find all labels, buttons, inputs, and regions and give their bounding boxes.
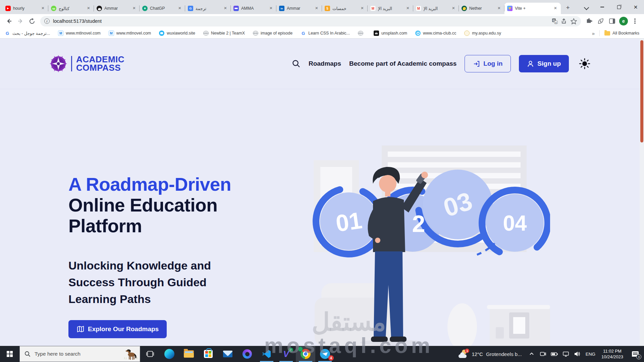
translate-page-icon[interactable]: GA bbox=[552, 18, 558, 24]
youtube-icon bbox=[5, 6, 11, 11]
bing-horse-image bbox=[123, 347, 139, 361]
nav-become-part[interactable]: Become part of Academic compass bbox=[349, 60, 457, 67]
tab-chatgpt[interactable]: ChatGP× bbox=[140, 3, 185, 14]
back-button[interactable] bbox=[3, 15, 15, 27]
tab-vite-active[interactable]: Vite +× bbox=[504, 3, 561, 14]
bookmark-item[interactable]: my.aspu.edu.sy bbox=[464, 31, 501, 36]
tab-close-icon[interactable]: × bbox=[405, 6, 411, 11]
bookmark-item[interactable]: wuxiaworld.site bbox=[159, 31, 195, 36]
reload-button[interactable] bbox=[26, 15, 38, 27]
bookmark-item[interactable]: www.mtlnovel.com bbox=[58, 31, 101, 36]
tab-amma[interactable]: AMMA× bbox=[231, 3, 276, 14]
bookmark-item[interactable]: unsplash.com bbox=[374, 31, 407, 36]
tab-translate[interactable]: ترجمة× bbox=[185, 3, 231, 14]
v-app-button[interactable]: V✓ bbox=[276, 346, 296, 362]
windows-taskbar: V✓ 4 1 12°C Grotendeels b... bbox=[0, 346, 644, 362]
performance-leaf-icon[interactable] bbox=[595, 15, 606, 27]
window-controls bbox=[594, 0, 644, 14]
weather-widget[interactable]: 1 12°C Grotendeels b... bbox=[454, 346, 526, 362]
bookmark-item[interactable] bbox=[358, 31, 366, 36]
all-bookmarks-button[interactable]: All Bookmarks bbox=[604, 31, 639, 36]
share-icon[interactable] bbox=[561, 18, 567, 24]
tab-close-icon[interactable]: × bbox=[177, 6, 182, 11]
tab-close-icon[interactable]: × bbox=[314, 6, 319, 11]
tab-gmail-1[interactable]: البريد الإ× bbox=[368, 3, 413, 14]
tab-close-icon[interactable]: × bbox=[131, 6, 137, 11]
theme-toggle-sun-icon[interactable] bbox=[579, 58, 590, 69]
bookmark-item[interactable]: Learn CSS In Arabic... bbox=[301, 31, 350, 36]
site-logo[interactable]: ACADEMICCOMPASS bbox=[50, 55, 124, 72]
file-explorer-icon bbox=[184, 350, 194, 358]
vscode-button[interactable] bbox=[257, 346, 276, 362]
new-tab-button[interactable]: + bbox=[563, 3, 573, 13]
telegram-button[interactable]: 4 bbox=[315, 346, 335, 362]
menu-dots-icon[interactable] bbox=[629, 15, 641, 27]
window-minimize-button[interactable] bbox=[594, 0, 610, 14]
map-icon bbox=[76, 325, 85, 333]
bookmarks-overflow-chevron[interactable]: » bbox=[592, 31, 595, 36]
bookmark-item[interactable]: image of episode bbox=[253, 31, 292, 36]
bookmark-item[interactable]: Newbie 2 | TeamX bbox=[203, 31, 245, 36]
tab-close-icon[interactable]: × bbox=[223, 6, 228, 11]
address-bar[interactable]: i localhost:5173/student GA bbox=[40, 16, 581, 26]
signup-button[interactable]: Sign up bbox=[519, 55, 569, 72]
tab-close-icon[interactable]: × bbox=[553, 6, 558, 11]
tab-khamsat[interactable]: خمسات× bbox=[322, 3, 368, 14]
tab-close-icon[interactable]: × bbox=[496, 6, 502, 11]
edge-button[interactable] bbox=[160, 346, 179, 362]
search-icon[interactable] bbox=[292, 59, 301, 68]
tab-close-icon[interactable]: × bbox=[360, 6, 365, 11]
person-icon bbox=[527, 60, 534, 67]
microsoft-store-button[interactable] bbox=[199, 346, 218, 362]
scrollbar-thumb[interactable] bbox=[640, 40, 643, 142]
nav-roadmaps[interactable]: Roadmaps bbox=[309, 60, 341, 67]
chrome-button[interactable] bbox=[296, 346, 315, 362]
volume-icon[interactable] bbox=[572, 346, 583, 362]
tab-linkedin[interactable]: Ammar× bbox=[276, 3, 322, 14]
tab-youtube[interactable]: hourly× bbox=[3, 3, 48, 14]
profile-avatar[interactable]: e bbox=[618, 15, 629, 27]
meet-now-icon[interactable] bbox=[537, 346, 549, 362]
taskbar-search-box[interactable] bbox=[19, 346, 140, 362]
window-restore-button[interactable] bbox=[610, 0, 627, 14]
forward-button[interactable] bbox=[15, 15, 26, 27]
extensions-icon[interactable] bbox=[584, 15, 595, 27]
action-center-button[interactable]: 3 bbox=[627, 346, 644, 362]
tab-github[interactable]: Ammar× bbox=[94, 3, 140, 14]
tab-close-icon[interactable]: × bbox=[40, 6, 46, 11]
microsoft-store-icon bbox=[204, 350, 213, 358]
network-icon[interactable] bbox=[560, 346, 572, 362]
tab-gmail-2[interactable]: البريد الإ× bbox=[413, 3, 459, 14]
weather-icon: 1 bbox=[459, 350, 469, 358]
office-button[interactable] bbox=[237, 346, 257, 362]
tab-netherlands[interactable]: Nether× bbox=[459, 3, 504, 14]
side-panel-icon[interactable] bbox=[606, 15, 618, 27]
tab-close-icon[interactable]: × bbox=[268, 6, 274, 11]
language-indicator[interactable]: ENG bbox=[583, 352, 598, 357]
bookmark-item[interactable]: www.mtlnovel.com bbox=[109, 31, 151, 36]
bookmark-star-icon[interactable] bbox=[571, 18, 577, 24]
clock-widget[interactable]: 11:02 PM 10/24/2023 bbox=[598, 348, 627, 360]
start-button[interactable] bbox=[0, 346, 19, 362]
vite-icon bbox=[507, 6, 513, 11]
hero-illustration: 01 2 03 04 bbox=[302, 141, 550, 346]
tray-chevron-up-icon[interactable] bbox=[526, 346, 537, 362]
site-info-icon[interactable]: i bbox=[44, 18, 50, 24]
tab-upwork[interactable]: كتالوج× bbox=[48, 3, 94, 14]
taskbar-search-input[interactable] bbox=[35, 351, 112, 357]
bookmark-item[interactable]: ترجمة جوجل - بحث... bbox=[5, 31, 50, 36]
login-arrow-icon bbox=[473, 60, 480, 67]
battery-icon[interactable] bbox=[549, 346, 560, 362]
page-scrollbar[interactable] bbox=[640, 39, 644, 346]
window-close-button[interactable] bbox=[627, 0, 644, 14]
tab-search-chevron-icon[interactable] bbox=[582, 3, 591, 12]
tab-close-icon[interactable]: × bbox=[86, 6, 91, 11]
mail-button[interactable] bbox=[218, 346, 237, 362]
explore-roadmaps-button[interactable]: Explore Our Roadmaps bbox=[68, 320, 167, 338]
bookmark-item[interactable]: www.cima-club.cc bbox=[415, 31, 456, 36]
login-button[interactable]: Log in bbox=[465, 55, 511, 72]
tab-close-icon[interactable]: × bbox=[451, 6, 456, 11]
file-explorer-button[interactable] bbox=[179, 346, 199, 362]
task-view-button[interactable] bbox=[140, 346, 160, 362]
search-icon bbox=[24, 351, 31, 357]
